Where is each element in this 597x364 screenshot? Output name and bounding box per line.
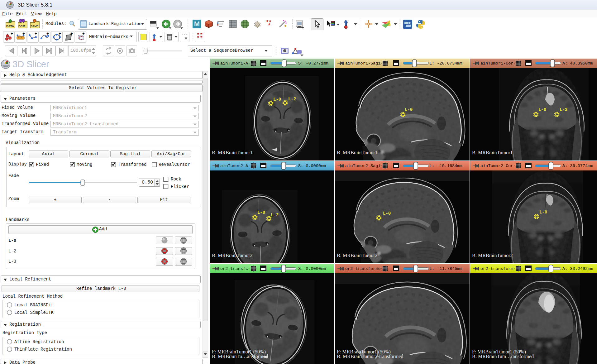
svg-text:+: + [46,32,49,36]
svg-text:L-2: L-2 [271,213,279,218]
svg-text:+: + [11,32,13,36]
svg-text:+: + [22,32,25,36]
svg-text:+: + [59,32,61,36]
svg-text:B: MRBrainTumor2: B: MRBrainTumor2 [337,253,378,258]
svg-text:B: MRBrainTumor2: B: MRBrainTumor2 [472,253,513,258]
svg-text:DCM: DCM [18,24,25,28]
svg-text:L-2: L-2 [560,107,567,112]
svg-text:B: MRBrainTu…ansformed: B: MRBrainTu…ansformed [212,354,268,359]
svg-text:+: + [82,32,85,36]
svg-text:DATA: DATA [6,24,14,28]
svg-text:B: MRBrainTumor2: B: MRBrainTumor2 [212,253,253,258]
svg-text:B: MRBrainTumor1: B: MRBrainTumor1 [212,150,253,155]
svg-text:B: MRBrainTumor2-transformed: B: MRBrainTumor2-transformed [337,354,403,359]
svg-text:L-2: L-2 [288,97,296,102]
svg-text:B: MRBrainTumor1: B: MRBrainTumor1 [472,150,513,155]
svg-text:B: MRBrainTum…ransformed: B: MRBrainTum…ransformed [472,354,534,359]
svg-text:B: MRBrainTumor1: B: MRBrainTumor1 [337,150,378,155]
svg-text:+: + [70,32,73,36]
svg-text:SAVE: SAVE [31,24,38,28]
svg-text:L-0: L-0 [273,97,281,102]
svg-text:L-0: L-0 [383,211,391,216]
svg-text:L-0: L-0 [405,107,413,112]
svg-text:L-0: L-0 [539,210,547,215]
svg-text:L-0: L-0 [257,210,265,215]
svg-text:L-0: L-0 [538,107,546,112]
svg-text:+: + [35,32,37,36]
